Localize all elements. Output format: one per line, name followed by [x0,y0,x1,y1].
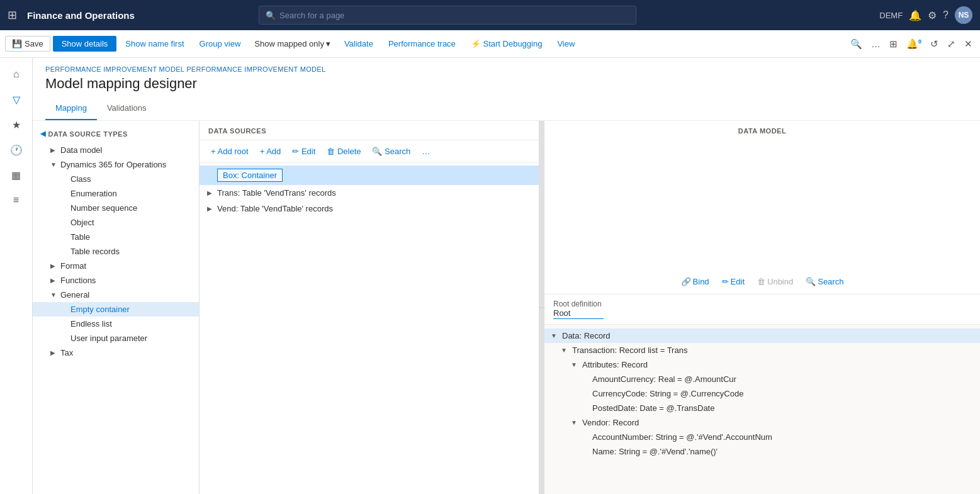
sidebar-recent[interactable]: 🕐 [5,138,28,161]
expand-icon: ▶ [207,205,217,212]
toolbar-close-button[interactable]: ✕ [962,36,975,52]
designer-area: ◀ DATA SOURCE TYPES ▶ Data model ▼ Dynam… [33,121,980,494]
bind-button[interactable]: 🔗 Bind [676,274,714,289]
main-content: ⌂ ▽ ★ 🕐 ▦ ≡ PERFORMANCE IMPROVEMENT MODE… [0,58,980,494]
dm-search-icon: 🔍 [806,277,816,286]
dst-item-tax[interactable]: ▶ Tax [33,345,199,360]
unbind-button[interactable]: 🗑 Unbind [752,274,798,289]
search-button[interactable]: 🔍 Search [367,144,415,159]
toolbar-more-button[interactable]: … [869,36,883,52]
toolbar-refresh-button[interactable]: ↺ [928,36,941,52]
toolbar-grid-button[interactable]: ⊞ [887,36,900,52]
ds-item-vend[interactable]: ▶ Vend: Table 'VendTable' records [200,201,539,216]
show-details-button[interactable]: Show details [53,36,117,52]
show-mapped-only-button[interactable]: Show mapped only ▾ [249,36,335,52]
expand-icon: ▶ [50,262,60,269]
dm-search-button[interactable]: 🔍 Search [801,274,848,289]
user-env: DEMF [879,11,903,20]
page-tabs: Mapping Validations [45,98,967,120]
dm-toolbar: 🔗 Bind ✏ Edit 🗑 Unbind 🔍 [676,274,849,289]
dst-item-format[interactable]: ▶ Format [33,259,199,273]
dst-item-number-sequence[interactable]: Number sequence [33,201,199,215]
panel-divider[interactable]: ⋮ [539,121,544,494]
sidebar-home[interactable]: ⌂ [5,63,28,86]
toolbar-search-button[interactable]: 🔍 [848,36,865,52]
dst-item-general[interactable]: ▼ General [33,288,199,302]
top-search-input[interactable] [279,11,629,20]
sidebar-filter[interactable]: ▽ [5,88,28,111]
top-nav: ⊞ Finance and Operations 🔍 DEMF 🔔 ⚙ ? NS [0,0,980,30]
page-header: PERFORMANCE IMPROVEMENT MODEL PERFORMANC… [33,58,980,121]
dm-item-name[interactable]: Name: String = @.'#Vend'.'name()' [544,444,980,459]
dst-item-data-model[interactable]: ▶ Data model [33,143,199,157]
top-search-bar: 🔍 [259,6,636,25]
grid-icon[interactable]: ⊞ [8,8,17,22]
dm-item-currency-code[interactable]: CurrencyCode: String = @.CurrencyCode [544,386,980,401]
bind-icon: 🔗 [681,277,691,286]
toolbar-notif-button[interactable]: 🔔0 [904,36,924,52]
dst-item-endless-list[interactable]: Endless list [33,317,199,331]
group-view-button[interactable]: Group view [193,36,247,52]
expand-icon: ▶ [50,147,60,154]
settings-button[interactable]: ⚙ [928,9,937,21]
delete-button[interactable]: 🗑 Delete [322,144,366,159]
tab-mapping[interactable]: Mapping [45,98,97,120]
page-title: Model mapping designer [45,76,967,92]
sidebar-list[interactable]: ≡ [5,189,28,211]
dst-item-user-input[interactable]: User input parameter [33,331,199,345]
dm-content: ▼ Data: Record ▼ Transaction: Record lis… [544,325,980,494]
validate-button[interactable]: Validate [338,36,380,52]
unbind-icon: 🗑 [757,277,765,286]
dm-item-account-number[interactable]: AccountNumber: String = @.'#Vend'.Accoun… [544,430,980,444]
dm-item-amount-currency[interactable]: AmountCurrency: Real = @.AmountCur [544,372,980,386]
dm-panel-title: DATA MODEL [738,127,786,135]
edit-button[interactable]: ✏ Edit [287,144,320,159]
ds-item-box[interactable]: Box: Container [200,166,539,185]
toolbar-open-button[interactable]: ⤢ [945,36,958,52]
notification-button[interactable]: 🔔 [909,9,921,21]
save-button[interactable]: 💾 Save [5,36,50,52]
breadcrumb: PERFORMANCE IMPROVEMENT MODEL PERFORMANC… [45,65,967,73]
expand-icon: ▶ [50,277,60,284]
dm-header-row: DATA MODEL 🔗 Bind ✏ Edit 🗑 Unbind [544,121,980,295]
sidebar: ⌂ ▽ ★ 🕐 ▦ ≡ [0,58,33,494]
dm-item-vendor[interactable]: ▼ Vendor: Record [544,415,980,430]
show-name-first-button[interactable]: Show name first [119,36,190,52]
dst-item-table-records[interactable]: Table records [33,244,199,259]
view-button[interactable]: View [551,36,581,52]
dm-item-data-record[interactable]: ▼ Data: Record [544,328,980,343]
debug-icon: ⚡ [471,39,481,48]
top-nav-right: DEMF 🔔 ⚙ ? NS [879,6,972,24]
dst-item-empty-container[interactable]: Empty container [33,302,199,317]
toolbar-right: 🔍 … ⊞ 🔔0 ↺ ⤢ ✕ [848,36,975,52]
dst-collapse-icon[interactable]: ◀ [40,130,46,138]
dst-item-enumeration[interactable]: Enumeration [33,186,199,201]
dst-item-object[interactable]: Object [33,215,199,230]
expand-icon: ▼ [50,161,60,168]
start-debugging-button[interactable]: ⚡ Start Debugging [465,36,549,52]
perf-trace-button[interactable]: Performance trace [382,36,462,52]
sidebar-favorites[interactable]: ★ [5,113,28,136]
chevron-icon: ▾ [326,39,330,48]
dm-item-posted-date[interactable]: PostedDate: Date = @.TransDate [544,401,980,415]
ds-more-button[interactable]: … [417,144,435,159]
tab-validations[interactable]: Validations [97,98,157,120]
dm-item-attributes[interactable]: ▼ Attributes: Record [544,357,980,372]
dm-edit-button[interactable]: ✏ Edit [717,274,750,289]
add-button[interactable]: + Add [255,144,286,159]
dst-item-class[interactable]: Class [33,172,199,186]
ds-panel: DATA SOURCES + Add root + Add ✏ Edit 🗑 D… [200,121,539,494]
main-toolbar: 💾 Save Show details Show name first Grou… [0,30,980,58]
avatar[interactable]: NS [955,6,972,24]
dst-item-table[interactable]: Table [33,230,199,244]
add-root-button[interactable]: + Add root [206,144,254,159]
ds-panel-header: DATA SOURCES [200,121,539,140]
sidebar-table[interactable]: ▦ [5,164,28,186]
dst-item-functions[interactable]: ▶ Functions [33,273,199,288]
dst-item-d365[interactable]: ▼ Dynamics 365 for Operations [33,157,199,172]
help-button[interactable]: ? [943,9,949,21]
dm-item-transaction[interactable]: ▼ Transaction: Record list = Trans [544,343,980,357]
dm-root-definition: Root definition Root [544,295,980,325]
app-title: Finance and Operations [27,10,135,21]
ds-item-trans[interactable]: ▶ Trans: Table 'VendTrans' records [200,185,539,201]
